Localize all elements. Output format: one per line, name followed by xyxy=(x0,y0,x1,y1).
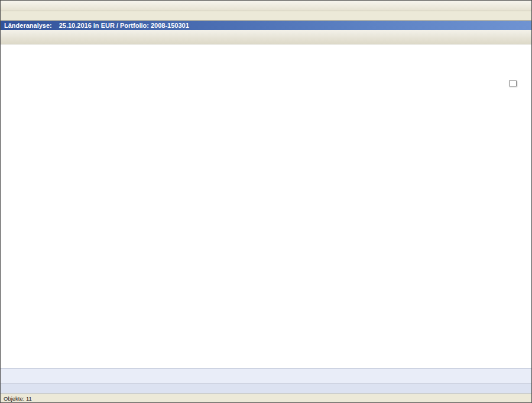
menubar xyxy=(1,1,531,11)
app-window: Länderanalyse: 25.10.2016 in EUR / Portf… xyxy=(0,0,532,403)
toolbar xyxy=(1,30,531,44)
status-bar: Objekte: 11 xyxy=(1,394,531,402)
bottom-tab-bar xyxy=(1,383,531,394)
title-bar: Länderanalyse: 25.10.2016 in EUR / Portf… xyxy=(1,21,531,30)
summary-bar xyxy=(1,368,531,383)
page-subtitle: 25.10.2016 in EUR / Portfolio: 2008-1503… xyxy=(59,22,189,29)
pie-chart[interactable] xyxy=(1,44,531,368)
chart-area xyxy=(1,44,531,368)
subtab-bar xyxy=(1,11,531,21)
object-count: Objekte: 11 xyxy=(4,395,32,402)
chart-legend xyxy=(509,80,517,86)
page-title: Länderanalyse: xyxy=(4,22,52,29)
